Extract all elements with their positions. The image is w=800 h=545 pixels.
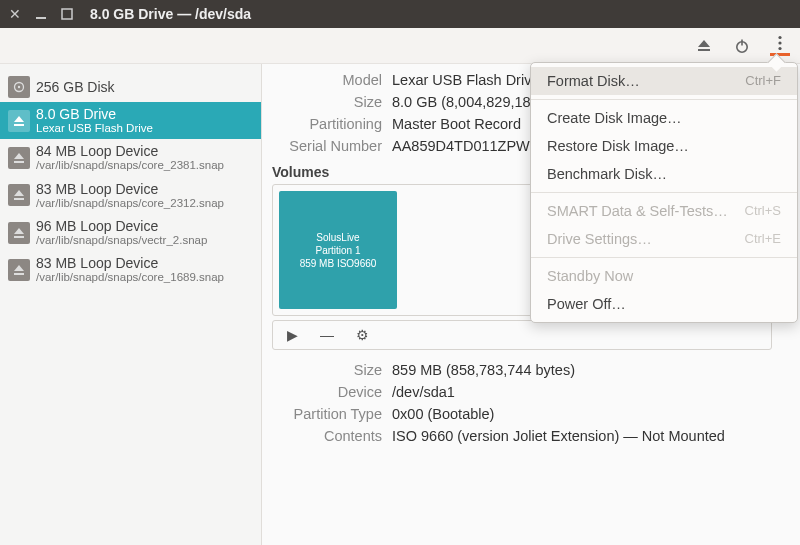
window-titlebar: ✕ 8.0 GB Drive — /dev/sda — [0, 0, 800, 28]
menu-item-label: Create Disk Image… — [547, 110, 682, 126]
eject-icon — [8, 110, 30, 132]
drive-menu-popover: Format Disk… Ctrl+F Create Disk Image… R… — [530, 62, 798, 323]
window-title: 8.0 GB Drive — /dev/sda — [90, 6, 251, 22]
svg-point-8 — [18, 86, 20, 88]
sidebar-item-loop[interactable]: 96 MB Loop Device /var/lib/snapd/snaps/v… — [0, 214, 261, 251]
menu-item-label: Restore Disk Image… — [547, 138, 689, 154]
menu-separator — [531, 257, 797, 258]
menu-item-label: Format Disk… — [547, 73, 640, 89]
menu-separator — [531, 99, 797, 100]
device-sidebar: 256 GB Disk 8.0 GB Drive Lexar USB Flash… — [0, 64, 262, 545]
menu-item-label: SMART Data & Self-Tests… — [547, 203, 728, 219]
menu-item-accel: Ctrl+S — [745, 203, 781, 219]
serial-label: Serial Number — [272, 138, 382, 154]
sidebar-item-label: 96 MB Loop Device — [36, 218, 207, 234]
sidebar-item-label: 84 MB Loop Device — [36, 143, 224, 159]
menu-item-label: Power Off… — [547, 296, 626, 312]
menu-create-image[interactable]: Create Disk Image… — [531, 104, 797, 132]
partition-number: Partition 1 — [315, 244, 360, 257]
menu-standby: Standby Now — [531, 262, 797, 290]
menu-benchmark[interactable]: Benchmark Disk… — [531, 160, 797, 188]
eject-icon — [8, 184, 30, 206]
eject-icon[interactable] — [694, 36, 714, 56]
sidebar-item-disk[interactable]: 256 GB Disk — [0, 72, 261, 102]
eject-icon — [8, 259, 30, 281]
menu-item-label: Benchmark Disk… — [547, 166, 667, 182]
partition-name: SolusLive — [316, 231, 359, 244]
sidebar-item-loop[interactable]: 83 MB Loop Device /var/lib/snapd/snaps/c… — [0, 251, 261, 288]
size-label: Size — [272, 94, 382, 110]
sidebar-item-label: 8.0 GB Drive — [36, 106, 153, 122]
sidebar-item-usb[interactable]: 8.0 GB Drive Lexar USB Flash Drive — [0, 102, 261, 139]
menu-item-accel: Ctrl+F — [745, 73, 781, 89]
menu-restore-image[interactable]: Restore Disk Image… — [531, 132, 797, 160]
sidebar-item-sublabel: /var/lib/snapd/snaps/core_1689.snap — [36, 271, 224, 284]
vol-contents-label: Contents — [272, 428, 382, 444]
menu-item-accel: Ctrl+E — [745, 231, 781, 247]
sidebar-item-loop[interactable]: 84 MB Loop Device /var/lib/snapd/snaps/c… — [0, 139, 261, 176]
maximize-icon[interactable] — [58, 5, 76, 23]
sidebar-item-sublabel: Lexar USB Flash Drive — [36, 122, 153, 135]
model-label: Model — [272, 72, 382, 88]
menu-separator — [531, 192, 797, 193]
menu-drive-settings: Drive Settings… Ctrl+E — [531, 225, 797, 253]
mount-button[interactable]: ▶ — [287, 327, 298, 343]
menu-item-label: Standby Now — [547, 268, 633, 284]
close-icon[interactable]: ✕ — [6, 5, 24, 23]
power-icon[interactable] — [732, 36, 752, 56]
sidebar-item-label: 256 GB Disk — [36, 79, 115, 95]
svg-rect-1 — [62, 9, 72, 19]
menu-format-disk[interactable]: Format Disk… Ctrl+F — [531, 67, 797, 95]
svg-point-6 — [778, 47, 781, 50]
sidebar-item-label: 83 MB Loop Device — [36, 255, 224, 271]
vol-ptype-value: 0x00 (Bootable) — [392, 406, 786, 422]
svg-point-5 — [778, 41, 781, 44]
vol-contents-value: ISO 9660 (version Joliet Extension) — No… — [392, 428, 786, 444]
menu-smart: SMART Data & Self-Tests… Ctrl+S — [531, 197, 797, 225]
volume-toolbar: ▶ — ⚙ — [272, 320, 772, 350]
sidebar-item-sublabel: /var/lib/snapd/snaps/core_2312.snap — [36, 197, 224, 210]
delete-partition-button[interactable]: — — [320, 327, 334, 343]
menu-poweroff[interactable]: Power Off… — [531, 290, 797, 318]
menu-item-label: Drive Settings… — [547, 231, 652, 247]
sidebar-item-loop[interactable]: 83 MB Loop Device /var/lib/snapd/snaps/c… — [0, 177, 261, 214]
partition-block[interactable]: SolusLive Partition 1 859 MB ISO9660 — [279, 191, 397, 309]
vol-device-label: Device — [272, 384, 382, 400]
drive-menu-icon[interactable] — [770, 36, 790, 56]
sidebar-item-sublabel: /var/lib/snapd/snaps/core_2381.snap — [36, 159, 224, 172]
disk-icon — [8, 76, 30, 98]
sidebar-item-label: 83 MB Loop Device — [36, 181, 224, 197]
svg-rect-0 — [36, 17, 46, 19]
partition-fs: 859 MB ISO9660 — [300, 257, 377, 270]
vol-device-value: /dev/sda1 — [392, 384, 786, 400]
vol-ptype-label: Partition Type — [272, 406, 382, 422]
vol-size-value: 859 MB (858,783,744 bytes) — [392, 362, 786, 378]
svg-rect-3 — [741, 39, 743, 45]
partitioning-label: Partitioning — [272, 116, 382, 132]
vol-size-label: Size — [272, 362, 382, 378]
svg-point-4 — [778, 36, 781, 39]
partition-options-icon[interactable]: ⚙ — [356, 327, 369, 343]
minimize-icon[interactable] — [32, 5, 50, 23]
sidebar-item-sublabel: /var/lib/snapd/snaps/vectr_2.snap — [36, 234, 207, 247]
header-toolbar — [0, 28, 800, 64]
eject-icon — [8, 147, 30, 169]
eject-icon — [8, 222, 30, 244]
